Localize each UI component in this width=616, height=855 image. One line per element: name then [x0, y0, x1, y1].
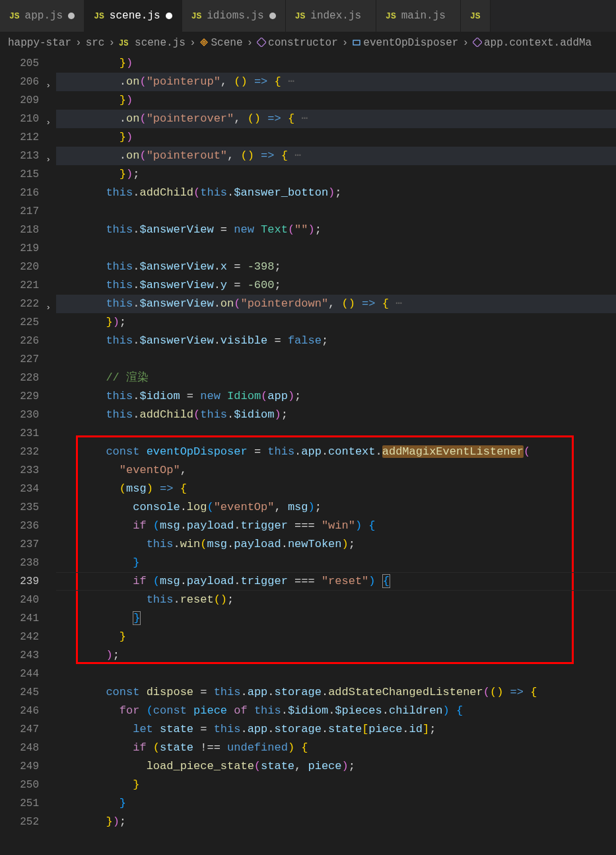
line-number: 205 [0, 54, 39, 73]
line-number: 234 [0, 480, 39, 498]
breadcrumb-call[interactable]: app.context.addMa [473, 37, 592, 49]
line-number: 242 [0, 628, 39, 646]
fold-chevron-icon[interactable]: › [46, 77, 51, 95]
editor-tabs: JS app.js JS scene.js JS idioms.js JS in… [0, 0, 616, 32]
breadcrumb-file[interactable]: JS scene.js [119, 37, 186, 49]
token-fn: on [126, 75, 139, 88]
line-number: 244 [0, 665, 39, 683]
line-number-gutter: 205206›209210›212213›2152162172182192202… [0, 54, 56, 855]
breadcrumb-method[interactable]: constructor [257, 37, 338, 49]
fold-chevron-icon[interactable]: › [46, 114, 51, 132]
line-number: 220 [0, 258, 39, 276]
js-icon: JS [191, 11, 202, 21]
js-icon: JS [295, 11, 306, 21]
line-number: 249 [0, 757, 39, 776]
fold-chevron-icon[interactable]: › [46, 151, 51, 169]
dirty-indicator-icon [269, 13, 276, 19]
tab-label: app.js [25, 10, 63, 22]
highlighted-token: addMagixEventListener [382, 445, 524, 458]
breadcrumb-class[interactable]: Scene [199, 37, 242, 49]
line-number: 238 [0, 554, 39, 572]
token-str: "pointerout" [147, 149, 227, 162]
chevron-right-icon: › [462, 37, 469, 49]
line-number: 222› [0, 295, 39, 313]
chevron-right-icon: › [189, 37, 196, 49]
js-icon: JS [386, 11, 396, 21]
line-number: 232 [0, 443, 39, 461]
chevron-right-icon: › [247, 37, 254, 49]
line-number: 215 [0, 165, 39, 184]
line-number: 239 [0, 572, 39, 591]
line-number: 209 [0, 91, 39, 110]
line-number: 245 [0, 683, 39, 702]
dirty-indicator-icon [68, 13, 75, 19]
fold-chevron-icon[interactable]: › [46, 299, 51, 317]
line-number: 217 [0, 202, 39, 221]
tab-label: scene.js [110, 10, 160, 22]
chevron-right-icon: › [342, 37, 349, 49]
line-number: 227 [0, 350, 39, 369]
line-number: 240 [0, 591, 39, 609]
line-number: 251 [0, 794, 39, 813]
token-str: "pointerover" [147, 112, 234, 125]
svg-rect-2 [473, 38, 482, 47]
tab-label: main.js [401, 10, 446, 22]
js-icon: JS [94, 11, 104, 21]
line-number: 228 [0, 369, 39, 387]
tab-app-js[interactable]: JS app.js [0, 0, 85, 32]
js-icon: JS [470, 11, 481, 21]
line-number: 219 [0, 239, 39, 258]
tab-scene-js[interactable]: JS scene.js [85, 0, 182, 32]
breadcrumb-folder[interactable]: src [86, 37, 105, 49]
line-number: 225 [0, 313, 39, 332]
breadcrumb[interactable]: happy-star › src › JS scene.js › Scene ›… [0, 32, 616, 54]
line-number: 229 [0, 387, 39, 406]
code-area[interactable]: }) .on("pointerup", () => { ⋯ }) .on("po… [56, 54, 616, 855]
js-icon: JS [9, 11, 20, 21]
line-number: 236 [0, 517, 39, 535]
code-editor[interactable]: 205206›209210›212213›2152162172182192202… [0, 54, 616, 855]
line-number: 226 [0, 332, 39, 350]
comment: // 渲染 [106, 371, 149, 384]
line-number: 247 [0, 720, 39, 739]
line-number: 241 [0, 609, 39, 628]
line-number: 237 [0, 535, 39, 554]
token-str: "pointerup" [147, 75, 221, 88]
line-number: 235 [0, 498, 39, 517]
line-number: 248 [0, 739, 39, 757]
line-number: 250 [0, 776, 39, 794]
line-number: 221 [0, 276, 39, 295]
line-number: 213› [0, 147, 39, 165]
chevron-right-icon: › [75, 37, 82, 49]
line-number: 216 [0, 184, 39, 202]
tab-label: index.js [310, 10, 361, 22]
tab-overflow[interactable]: JS [461, 0, 491, 32]
tab-index-js[interactable]: JS index.js [286, 0, 376, 32]
token-fn: on [126, 112, 139, 125]
line-number: 252 [0, 813, 39, 831]
line-number: 231 [0, 424, 39, 443]
token-fn: on [126, 149, 139, 162]
dirty-indicator-icon [166, 13, 172, 19]
tab-main-js[interactable]: JS main.js [376, 0, 461, 32]
line-number: 206› [0, 73, 39, 91]
tab-idioms-js[interactable]: JS idioms.js [182, 0, 286, 32]
breadcrumb-folder[interactable]: happy-star [8, 37, 71, 49]
breadcrumb-variable[interactable]: eventOpDisposer [352, 37, 458, 49]
tab-label: idioms.js [207, 10, 263, 22]
line-number: 246 [0, 702, 39, 720]
line-number: 210› [0, 110, 39, 128]
chevron-right-icon: › [108, 37, 115, 49]
svg-rect-0 [257, 38, 266, 47]
svg-rect-1 [353, 40, 360, 45]
line-number: 233 [0, 461, 39, 480]
line-number: 218 [0, 221, 39, 239]
line-number: 243 [0, 646, 39, 665]
line-number: 230 [0, 406, 39, 424]
line-number: 212 [0, 128, 39, 147]
